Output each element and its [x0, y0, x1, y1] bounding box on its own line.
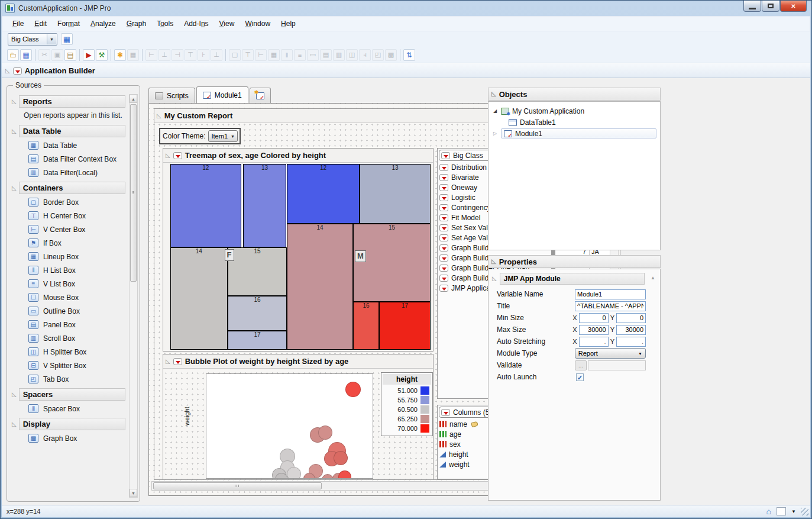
resize-grip[interactable]: [801, 508, 808, 515]
sidebar-item-mouse-box[interactable]: ☐Mouse Box: [11, 291, 125, 304]
variable-name-field[interactable]: [575, 289, 646, 299]
window-list-button[interactable]: [777, 507, 786, 515]
sources-scrollbar[interactable]: ▲ ▼: [129, 94, 138, 498]
open-icon[interactable]: 🗀: [7, 49, 19, 61]
treemap-cell-f-13[interactable]: 13: [243, 164, 286, 247]
treemap-cell-f-14[interactable]: 14: [170, 247, 228, 350]
menu-item-help[interactable]: Help: [276, 17, 301, 30]
section-header-display[interactable]: ◺Display: [12, 418, 125, 430]
tree-node-module[interactable]: ▷ Module1: [489, 128, 660, 139]
reorder-icon[interactable]: ⇅: [403, 49, 415, 61]
module-type-select[interactable]: Report ▼: [575, 348, 646, 359]
red-triangle-menu-icon[interactable]: [439, 194, 448, 201]
red-triangle-menu-icon[interactable]: [439, 214, 448, 221]
tab-module1[interactable]: Module1: [196, 86, 248, 103]
paste-icon[interactable]: ▤: [64, 49, 76, 61]
save-icon[interactable]: ▦: [20, 49, 32, 61]
sidebar-item-lineup-box[interactable]: ▦Lineup Box: [11, 250, 125, 263]
sidebar-item-data-filter-context-box[interactable]: ▤Data Filter Context Box: [11, 152, 125, 166]
treemap-cell-m-15[interactable]: 15: [353, 224, 431, 302]
treemap-cell-m-17[interactable]: 17: [379, 302, 431, 350]
treemap-cell-f-12[interactable]: 12: [170, 164, 241, 247]
section-header-data-table[interactable]: ◺Data Table: [12, 125, 125, 137]
title-field[interactable]: [575, 301, 646, 311]
sidebar-item-panel-box[interactable]: ▤Panel Box: [11, 318, 125, 331]
sidebar-item-data-table[interactable]: ▦Data Table: [11, 138, 125, 152]
red-triangle-menu-icon[interactable]: [439, 285, 448, 292]
red-triangle-menu-icon[interactable]: [441, 152, 450, 159]
menu-item-edit[interactable]: Edit: [29, 17, 52, 30]
collapse-triangle-icon[interactable]: ◺: [492, 276, 497, 282]
color-theme-dropdown[interactable]: Item1 ▼: [208, 130, 237, 142]
debug-script-icon[interactable]: ⚒: [96, 49, 108, 61]
sidebar-item-v-list-box[interactable]: ≡V List Box: [11, 277, 125, 291]
collapse-triangle-icon[interactable]: ◺: [12, 185, 17, 191]
menu-item-format[interactable]: Format: [52, 17, 85, 30]
sidebar-item-v-splitter-box[interactable]: ⊟V Splitter Box: [11, 359, 125, 372]
red-triangle-menu-icon[interactable]: [173, 358, 182, 365]
sidebar-item-h-list-box[interactable]: ‖H List Box: [11, 263, 125, 277]
auto-launch-checkbox[interactable]: ✓: [576, 373, 584, 381]
tree-collapsed-icon[interactable]: ▷: [492, 131, 498, 136]
section-header-reports[interactable]: ◺Reports: [12, 95, 125, 108]
sidebar-item-graph-box[interactable]: ▩Graph Box: [11, 431, 125, 445]
tree-node-application[interactable]: ◢ My Custom Application: [489, 105, 660, 117]
red-triangle-menu-icon[interactable]: [439, 244, 448, 252]
red-triangle-menu-icon[interactable]: [439, 204, 448, 211]
collapse-triangle-icon[interactable]: ◺: [491, 91, 496, 97]
validate-browse-button[interactable]: ...: [575, 360, 587, 370]
sidebar-item-h-center-box[interactable]: ⊤H Center Box: [11, 209, 125, 223]
collapse-triangle-icon[interactable]: ◺: [166, 153, 170, 159]
red-triangle-menu-icon[interactable]: [173, 152, 182, 159]
menu-item-window[interactable]: Window: [240, 17, 276, 30]
red-triangle-menu-icon[interactable]: [439, 234, 448, 241]
tree-expanded-icon[interactable]: ◢: [492, 108, 498, 114]
data-table-combo[interactable]: Big Class ▼: [8, 33, 57, 46]
red-triangle-menu-icon[interactable]: [441, 409, 450, 416]
chevron-down-icon[interactable]: ▼: [791, 509, 796, 514]
sidebar-item-outline-box[interactable]: ▭Outline Box: [11, 304, 125, 318]
treemap-cell-m-13[interactable]: 13: [360, 164, 431, 224]
max-size-x-field[interactable]: [579, 325, 609, 335]
treemap-cell-m-14[interactable]: 14: [287, 224, 353, 350]
collapse-triangle-icon[interactable]: ◺: [12, 99, 17, 105]
scroll-up-icon[interactable]: ▲: [130, 95, 137, 103]
sidebar-item-v-center-box[interactable]: ⊢V Center Box: [11, 223, 125, 236]
scroll-down-icon[interactable]: ▼: [130, 489, 137, 497]
collapse-triangle-icon[interactable]: ◺: [12, 421, 17, 427]
max-size-y-field[interactable]: [616, 325, 646, 335]
sidebar-item-data-filter-local[interactable]: ▥Data Filter(Local): [11, 166, 125, 179]
red-triangle-menu-icon[interactable]: [439, 184, 448, 191]
menu-item-add-ins[interactable]: Add-Ins: [179, 17, 213, 30]
treemap-cell-f-16[interactable]: 16: [228, 296, 287, 331]
collapse-triangle-icon[interactable]: ◺: [12, 392, 17, 398]
red-triangle-menu-icon[interactable]: [439, 275, 448, 282]
treemap-cell-m-12[interactable]: 12: [287, 164, 360, 224]
menu-item-analyze[interactable]: Analyze: [85, 17, 121, 30]
sidebar-item-if-box[interactable]: ⚑If Box: [11, 236, 125, 250]
section-header-spacers[interactable]: ◺Spacers: [12, 388, 125, 401]
treemap-cell-f-17[interactable]: 17: [228, 331, 287, 350]
treemap-cell-m-16[interactable]: 16: [353, 302, 379, 350]
red-triangle-menu-icon[interactable]: [439, 164, 448, 171]
auto-stretching-y-field[interactable]: [616, 337, 646, 347]
tree-node-datatable[interactable]: DataTable1: [489, 117, 660, 128]
new-module-tab[interactable]: [250, 88, 271, 103]
treemap-cell-f-15[interactable]: 15: [228, 247, 287, 296]
red-triangle-menu-icon[interactable]: [439, 254, 448, 262]
home-icon[interactable]: ⌂: [766, 507, 771, 516]
collapse-triangle-icon[interactable]: ◺: [157, 113, 161, 119]
tab-scripts[interactable]: Scripts: [148, 88, 195, 103]
min-size-y-field[interactable]: [616, 313, 646, 323]
new-module-icon[interactable]: ✱: [114, 49, 126, 61]
red-triangle-menu-icon[interactable]: [13, 67, 22, 75]
sidebar-item-tab-box[interactable]: ◰Tab Box: [11, 372, 125, 386]
scroll-up-icon[interactable]: ▲: [651, 275, 655, 281]
new-data-table-icon[interactable]: ▦: [61, 33, 73, 45]
red-triangle-menu-icon[interactable]: [439, 174, 448, 181]
minimize-button[interactable]: [743, 1, 761, 12]
collapse-triangle-icon[interactable]: ◺: [12, 128, 17, 134]
collapse-triangle-icon[interactable]: ◺: [491, 259, 496, 265]
auto-stretching-x-field[interactable]: [579, 337, 609, 347]
section-header-containers[interactable]: ◺Containers: [12, 182, 125, 194]
